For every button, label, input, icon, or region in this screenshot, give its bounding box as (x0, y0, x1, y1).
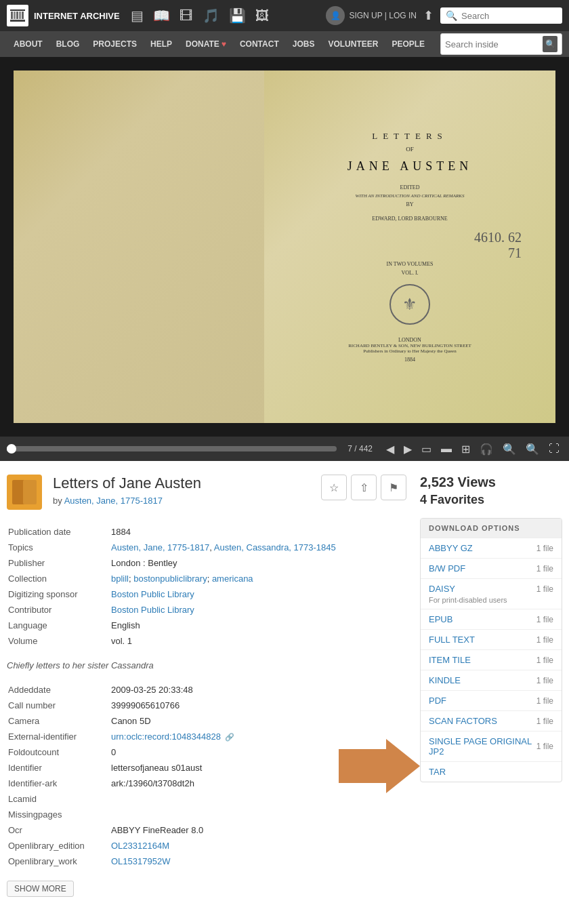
share-button[interactable]: ⇧ (351, 475, 377, 500)
book-emblem: ⚜ (389, 284, 430, 325)
audio-icon[interactable]: 🎵 (203, 7, 219, 24)
topic-link-2[interactable]: Austen, Cassandra, 1773-1845 (214, 542, 336, 553)
missingpages-label: Missingpages (8, 807, 110, 822)
openlibrary-edition-label: Openlibrary_edition (8, 839, 110, 853)
contributor-link[interactable]: Boston Public Library (111, 605, 194, 615)
search-inside-box: 🔍 (440, 33, 562, 55)
thumbnail-button[interactable]: ⊞ (459, 441, 473, 457)
nav-donate[interactable]: DONATE ♥ (179, 31, 233, 57)
zoom-in-button[interactable]: 🔍 (523, 441, 542, 457)
missingpages-value (111, 807, 405, 822)
nav-projects[interactable]: PROJECTS (86, 31, 144, 57)
topic-link-1[interactable]: Austen, Jane, 1775-1817 (111, 542, 209, 553)
flag-button[interactable]: ⚑ (381, 475, 406, 500)
ocr-value: ABBYY FineReader 8.0 (111, 823, 405, 837)
search-inside-button[interactable]: 🔍 (543, 36, 557, 52)
single-page-button[interactable]: ▭ (419, 441, 434, 457)
nav-blog[interactable]: BLOG (49, 31, 87, 57)
auth-links[interactable]: SIGN UP | LOG IN (349, 11, 417, 20)
collection-link-1[interactable]: bplill (111, 574, 129, 584)
book-author-link[interactable]: Austen, Jane, 1775-1817 (64, 496, 163, 506)
prev-page-button[interactable]: ◀ (383, 441, 397, 457)
progress-bar[interactable] (7, 446, 337, 451)
pdf-link[interactable]: PDF (429, 696, 536, 706)
book-edited-display: EDITED (400, 184, 420, 190)
download-bw-pdf[interactable]: B/W PDF 1 file (421, 558, 562, 578)
tar-link[interactable]: TAR (429, 767, 553, 777)
volume-value: vol. 1 (111, 634, 405, 648)
upload-button[interactable]: ⬆ (423, 8, 434, 23)
main-search-input[interactable] (461, 11, 556, 21)
download-abbyy-gz[interactable]: ABBYY GZ 1 file (421, 538, 562, 558)
favorites-count: 4 Favorites (420, 493, 562, 507)
download-options-header: DOWNLOAD OPTIONS (421, 519, 562, 538)
ia-logo-text: INTERNET ARCHIVE (34, 11, 120, 21)
video-icon[interactable]: 🎞 (180, 8, 193, 24)
user-section: 👤 SIGN UP | LOG IN (326, 6, 417, 25)
nav-people[interactable]: PEOPLE (385, 31, 431, 57)
images-icon[interactable]: 🖼 (255, 8, 269, 24)
collection-link-2[interactable]: bostonpubliclibrary (133, 574, 207, 584)
epub-link[interactable]: EPUB (429, 614, 536, 624)
nav-volunteer[interactable]: VOLUNTEER (321, 31, 385, 57)
nav-about[interactable]: ABOUT (7, 31, 49, 57)
svg-rect-5 (16, 12, 18, 19)
download-pdf[interactable]: PDF 1 file (421, 690, 562, 710)
abbyy-gz-link[interactable]: ABBYY GZ (429, 543, 536, 553)
metadata-row: Identifier-ark ark:/13960/t3708dt2h (8, 776, 405, 790)
zoom-out-button[interactable]: 🔍 (500, 441, 519, 457)
external-id-link[interactable]: urn:oclc:record:1048344828 (111, 731, 221, 742)
nav-jobs[interactable]: JOBS (286, 31, 322, 57)
next-page-button[interactable]: ▶ (401, 441, 415, 457)
daisy-link[interactable]: DAISY (429, 584, 536, 594)
book-of-display: OF (406, 146, 414, 153)
double-page-button[interactable]: ▬ (438, 441, 455, 456)
metadata-row: Contributor Boston Public Library (8, 603, 405, 617)
download-scan-factors[interactable]: SCAN FACTORS 1 file (421, 710, 562, 731)
books-icon[interactable]: 📖 (153, 7, 170, 24)
svg-rect-4 (14, 12, 16, 19)
download-tar[interactable]: TAR (421, 761, 562, 782)
by-label: by (53, 496, 64, 506)
book-vol-display: VOL. I. (401, 270, 418, 276)
book-royal-display: Publishers in Ordinary to Her Majesty th… (363, 348, 456, 354)
bw-pdf-link[interactable]: B/W PDF (429, 563, 536, 574)
search-inside-input[interactable] (445, 39, 540, 49)
book-description: Chiefly letters to her sister Cassandra (7, 660, 406, 670)
book-intro-display: WITH AN INTRODUCTION AND CRITICAL REMARK… (356, 193, 465, 199)
ia-logo[interactable]: INTERNET ARCHIVE (7, 5, 120, 26)
ia-logo-icon (7, 5, 28, 26)
metadata-row: Publisher London : Bentley (8, 556, 405, 570)
audio-button[interactable]: 🎧 (477, 441, 496, 457)
addeddate-value: 2009-03-25 20:33:48 (111, 683, 405, 697)
scan-factors-link[interactable]: SCAN FACTORS (429, 716, 536, 726)
show-more-button[interactable]: SHOW MORE (7, 881, 74, 897)
favorite-button[interactable]: ☆ (321, 475, 347, 500)
download-item-tile[interactable]: ITEM TILE 1 file (421, 649, 562, 670)
svg-rect-6 (19, 12, 21, 19)
download-kindle[interactable]: KINDLE 1 file (421, 670, 562, 690)
single-page-jp2-link[interactable]: SINGLE PAGE ORIGINAL JP2 (429, 736, 536, 757)
sidebar: 2,523 Views 4 Favorites DOWNLOAD OPTIONS… (420, 475, 562, 782)
item-tile-link[interactable]: ITEM TILE (429, 655, 536, 665)
digitizing-link[interactable]: Boston Public Library (111, 589, 194, 599)
openlibrary-edition-link[interactable]: OL23312164M (111, 841, 169, 851)
nav-help[interactable]: HELP (144, 31, 179, 57)
book-pages: LETTERS OF JANE AUSTEN EDITED WITH AN IN… (14, 71, 555, 423)
download-epub[interactable]: EPUB 1 file (421, 609, 562, 629)
language-label: Language (8, 618, 110, 632)
download-single-page-jp2[interactable]: SINGLE PAGE ORIGINAL JP2 1 file (421, 731, 562, 761)
annotation-area: Addeddate 2009-03-25 20:33:48 Call numbe… (7, 681, 406, 870)
texts-icon[interactable]: ▤ (131, 7, 144, 24)
fullscreen-button[interactable]: ⛶ (546, 441, 562, 456)
openlibrary-work-link[interactable]: OL15317952W (111, 856, 170, 866)
kindle-link[interactable]: KINDLE (429, 675, 536, 685)
full-text-link[interactable]: FULL TEXT (429, 635, 536, 645)
collection-link-3[interactable]: americana (212, 574, 253, 584)
nav-contact[interactable]: CONTACT (233, 31, 286, 57)
book-page-right: LETTERS OF JANE AUSTEN EDITED WITH AN IN… (264, 71, 555, 423)
download-full-text[interactable]: FULL TEXT 1 file (421, 629, 562, 649)
software-icon[interactable]: 💾 (229, 7, 246, 24)
book-header: Letters of Jane Austen by Austen, Jane, … (7, 475, 406, 510)
svg-rect-1 (10, 20, 25, 22)
